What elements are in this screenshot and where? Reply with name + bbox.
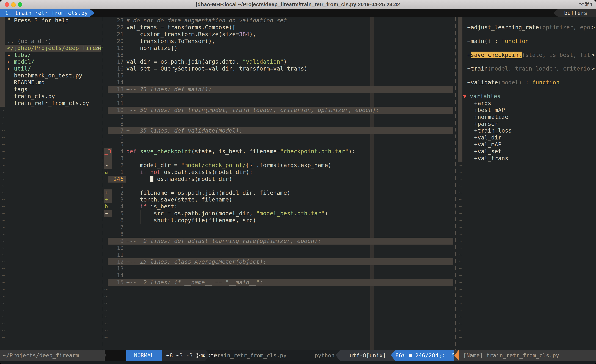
text-segment: function	[501, 38, 529, 44]
text-segment: )	[283, 58, 287, 65]
text-segment: ~	[459, 169, 462, 176]
text-segment: ~	[459, 203, 462, 210]
tagbar-item[interactable]: +train_loss	[0, 127, 596, 134]
tagbar-empty-line: ~	[0, 231, 596, 238]
powerline-arrow-icon	[205, 350, 210, 361]
tagbar-empty-line: ~	[0, 176, 596, 182]
tagbar-empty-line: ~	[0, 258, 596, 265]
text-segment: 384	[239, 31, 249, 37]
text-segment: # do not do data augmentation on validat…	[126, 17, 287, 24]
tagbar-empty-line: ~	[0, 334, 596, 341]
colon: :	[442, 352, 449, 358]
text-segment: (optimizer, epo	[539, 24, 590, 31]
text-segment: ~	[459, 320, 462, 327]
window-title: jdhao-MBP.local ~/Projects/deep_firearm/…	[0, 0, 596, 9]
window-hotkey-badge: ⌥⌘1	[578, 0, 593, 9]
statusline-position: 86% ≡ 246/284LN: 5	[395, 350, 454, 361]
tagbar-item[interactable]: +val_trans	[0, 155, 596, 162]
tagbar-empty-line: ~	[0, 162, 596, 169]
text-segment: ~	[459, 272, 462, 279]
tagbar-item[interactable]: +parser	[0, 121, 596, 127]
text-segment: >	[591, 51, 595, 58]
code-line[interactable]: 15	[0, 72, 596, 79]
text-segment: (state, is_best, fil	[522, 51, 590, 58]
powerline-arrow-icon	[102, 350, 106, 361]
text-segment: ~	[459, 251, 462, 258]
tagbar-empty-line: ~	[0, 313, 596, 320]
vim-tabline: 1. train_retr_from_cls.py buffers	[0, 9, 596, 17]
text-segment: +normalize	[474, 114, 508, 120]
tagbar-item[interactable]: +val_mAP	[0, 141, 596, 148]
tagbar-empty-line: ~	[0, 327, 596, 334]
scroll-percent: 86%	[395, 352, 405, 358]
tagbar-item[interactable]: +best_mAP	[0, 107, 596, 114]
text-segment: ~	[459, 238, 462, 245]
text-segment: ~	[459, 293, 462, 300]
tagbar-empty-line: ~	[0, 169, 596, 176]
tagbar-empty-line: ~	[0, 306, 596, 313]
tagbar-item[interactable]: +main() : function	[0, 38, 596, 45]
text-segment: :	[491, 38, 501, 44]
code-line[interactable]: 21 custom_transform.Resize(size=384),	[0, 31, 596, 38]
tagbar-item[interactable]: +adjust_learning_rate(optimizer, epo>	[0, 24, 596, 31]
statusline-gitbg	[162, 350, 166, 361]
titlebar: jdhao-MBP.local ~/Projects/deep_firearm/…	[0, 0, 596, 9]
text-segment: +val_dir	[474, 134, 501, 141]
line-number: 15	[104, 72, 124, 79]
code-line[interactable]: 13+-- 73 lines: def main():	[0, 86, 596, 93]
text-segment: +train_loss	[474, 127, 512, 134]
tagbar-item[interactable]: +normalize	[0, 114, 596, 121]
text-segment: ~	[459, 286, 462, 293]
tagbar-item[interactable]: +train(model, train_loader, criterio>	[0, 65, 596, 72]
terminal-window: jdhao-MBP.local ~/Projects/deep_firearm/…	[0, 0, 596, 364]
line-number: 17	[104, 58, 124, 65]
window-separator[interactable]	[455, 17, 456, 350]
tagbar-item[interactable]: +val_set	[0, 148, 596, 155]
terminal-grid: " Press ? for help.. (up a dir)</jdhao/P…	[0, 17, 596, 350]
text-segment: ~	[459, 224, 462, 231]
text-segment: ~	[459, 306, 462, 313]
git-branch-icon	[196, 353, 201, 358]
statusline-cwd: ~/Projects/deep_firearm	[0, 350, 105, 361]
code-line[interactable]: 17val_dir = os.path.join(args.data, "val…	[0, 58, 596, 65]
text-segment: ()	[484, 38, 491, 44]
text-segment: normalize])	[126, 45, 178, 51]
text-segment: ~	[459, 217, 462, 224]
statusline: ~/Projects/deep_firearmNORMAL+8 ~3 -3 ma…	[0, 350, 596, 361]
command-line[interactable]	[0, 361, 596, 364]
buffers-label[interactable]: buffers	[564, 9, 587, 17]
text-segment: ~	[459, 334, 462, 341]
tagbar-item[interactable]: +save_checkpoint(state, is_best, fil>	[0, 51, 596, 58]
tagbar-item[interactable]: +validate(model) : function	[0, 79, 596, 86]
tab-label[interactable]: 1. train_retr_from_cls.py	[5, 9, 88, 17]
tagbar-empty-line: ~	[0, 210, 596, 217]
text-segment: +	[467, 51, 471, 58]
text-segment: +val_mAP	[474, 141, 501, 148]
statusline-filetype: python	[306, 350, 335, 361]
text-segment: ~	[459, 189, 462, 196]
text-segment: "validation"	[242, 58, 283, 65]
text-segment: ▼	[463, 93, 466, 100]
text-segment: ~	[459, 300, 462, 306]
text-segment: ~	[459, 162, 462, 169]
tagbar-item[interactable]: +args	[0, 100, 596, 107]
text-segment: ),	[249, 31, 256, 37]
lines-icon: ≡	[409, 352, 412, 358]
tagbar-empty-line: ~	[0, 286, 596, 293]
text-segment: ~	[459, 313, 462, 320]
tagbar-item[interactable]: +val_dir	[0, 134, 596, 141]
code-line[interactable]: 19 normalize])	[0, 45, 596, 51]
line-number: 23	[104, 17, 124, 24]
text-segment: :	[522, 79, 532, 86]
tagbar-empty-line: ~	[0, 189, 596, 196]
tagbar-empty-line: ~	[0, 203, 596, 210]
text-segment: +train	[467, 65, 488, 72]
code-line[interactable]: 23# do not do data augmentation on valid…	[0, 17, 596, 24]
window-separator[interactable]	[102, 17, 102, 350]
tagbar-empty-line: ~	[0, 182, 596, 189]
tagbar-empty-line: ~	[0, 265, 596, 272]
text-segment: ~	[459, 196, 462, 203]
tagbar-item[interactable]: ▼ variables	[0, 93, 596, 100]
text-segment: ~	[459, 182, 462, 189]
tagbar-empty-line: ~	[0, 272, 596, 279]
